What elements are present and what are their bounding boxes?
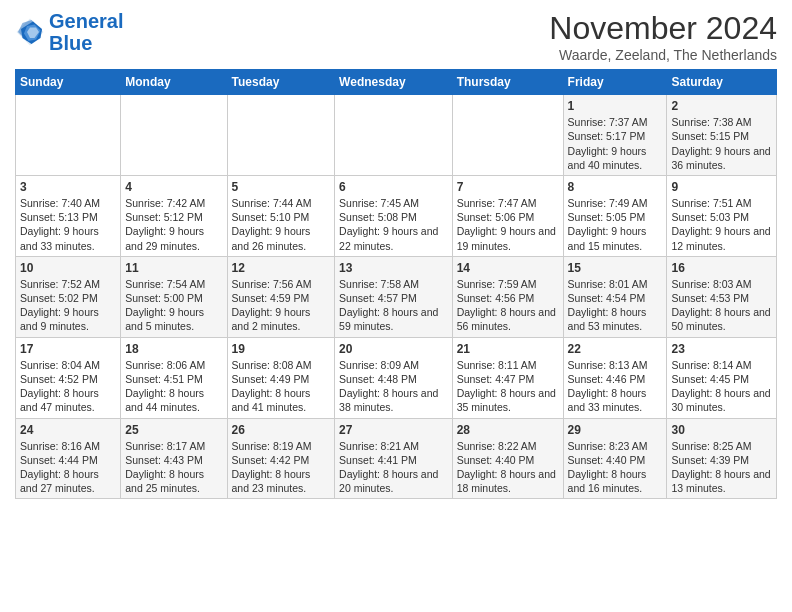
title-block: November 2024 Waarde, Zeeland, The Nethe… [549,10,777,63]
day-number: 6 [339,179,448,195]
day-info-line: Sunset: 4:46 PM [568,372,663,386]
calendar-cell: 24Sunrise: 8:16 AMSunset: 4:44 PMDayligh… [16,418,121,499]
day-number: 15 [568,260,663,276]
day-number: 16 [671,260,772,276]
day-info-line: Sunrise: 7:59 AM [457,277,559,291]
day-info-line: Daylight: 8 hours and 50 minutes. [671,305,772,333]
day-info-line: Sunset: 4:45 PM [671,372,772,386]
day-number: 9 [671,179,772,195]
day-info-line: Sunset: 5:15 PM [671,129,772,143]
calendar-cell: 7Sunrise: 7:47 AMSunset: 5:06 PMDaylight… [452,175,563,256]
day-info-line: Daylight: 9 hours and 33 minutes. [20,224,116,252]
calendar-cell: 2Sunrise: 7:38 AMSunset: 5:15 PMDaylight… [667,95,777,176]
day-info-line: Sunset: 5:10 PM [232,210,331,224]
day-info-line: Sunset: 5:06 PM [457,210,559,224]
calendar-week-2: 10Sunrise: 7:52 AMSunset: 5:02 PMDayligh… [16,256,777,337]
day-info-line: Daylight: 8 hours and 56 minutes. [457,305,559,333]
col-friday: Friday [563,70,667,95]
day-info-line: Sunset: 4:44 PM [20,453,116,467]
calendar-cell [16,95,121,176]
calendar-week-3: 17Sunrise: 8:04 AMSunset: 4:52 PMDayligh… [16,337,777,418]
calendar-cell: 30Sunrise: 8:25 AMSunset: 4:39 PMDayligh… [667,418,777,499]
day-info-line: Sunset: 5:08 PM [339,210,448,224]
day-number: 21 [457,341,559,357]
day-info-line: Sunrise: 8:06 AM [125,358,222,372]
logo: General Blue [15,10,123,54]
calendar-cell: 16Sunrise: 8:03 AMSunset: 4:53 PMDayligh… [667,256,777,337]
day-info-line: Sunrise: 8:16 AM [20,439,116,453]
day-info-line: Sunrise: 8:23 AM [568,439,663,453]
calendar-week-4: 24Sunrise: 8:16 AMSunset: 4:44 PMDayligh… [16,418,777,499]
location: Waarde, Zeeland, The Netherlands [549,47,777,63]
calendar-cell: 6Sunrise: 7:45 AMSunset: 5:08 PMDaylight… [335,175,453,256]
day-info-line: Daylight: 9 hours and 29 minutes. [125,224,222,252]
day-info-line: Daylight: 8 hours and 18 minutes. [457,467,559,495]
calendar-cell: 3Sunrise: 7:40 AMSunset: 5:13 PMDaylight… [16,175,121,256]
logo-text: General Blue [49,10,123,54]
day-info-line: Sunrise: 8:21 AM [339,439,448,453]
day-number: 22 [568,341,663,357]
day-info-line: Sunrise: 7:42 AM [125,196,222,210]
day-info-line: Daylight: 9 hours and 40 minutes. [568,144,663,172]
day-number: 24 [20,422,116,438]
day-number: 12 [232,260,331,276]
day-info-line: Daylight: 9 hours and 5 minutes. [125,305,222,333]
day-info-line: Sunset: 4:57 PM [339,291,448,305]
day-info-line: Daylight: 8 hours and 13 minutes. [671,467,772,495]
day-info-line: Sunrise: 8:01 AM [568,277,663,291]
day-info-line: Sunset: 4:48 PM [339,372,448,386]
day-info-line: Sunrise: 7:56 AM [232,277,331,291]
day-info-line: Sunrise: 8:09 AM [339,358,448,372]
day-number: 23 [671,341,772,357]
day-info-line: Daylight: 9 hours and 36 minutes. [671,144,772,172]
day-info-line: Daylight: 8 hours and 41 minutes. [232,386,331,414]
day-info-line: Daylight: 9 hours and 26 minutes. [232,224,331,252]
day-number: 5 [232,179,331,195]
day-number: 11 [125,260,222,276]
day-info-line: Sunset: 4:54 PM [568,291,663,305]
day-info-line: Sunset: 5:17 PM [568,129,663,143]
calendar-cell: 13Sunrise: 7:58 AMSunset: 4:57 PMDayligh… [335,256,453,337]
calendar-cell: 29Sunrise: 8:23 AMSunset: 4:40 PMDayligh… [563,418,667,499]
day-info-line: Sunset: 4:52 PM [20,372,116,386]
calendar-cell: 1Sunrise: 7:37 AMSunset: 5:17 PMDaylight… [563,95,667,176]
day-info-line: Daylight: 8 hours and 38 minutes. [339,386,448,414]
calendar-cell: 23Sunrise: 8:14 AMSunset: 4:45 PMDayligh… [667,337,777,418]
day-info-line: Sunrise: 8:14 AM [671,358,772,372]
day-info-line: Sunset: 5:02 PM [20,291,116,305]
day-info-line: Sunrise: 8:19 AM [232,439,331,453]
calendar-week-1: 3Sunrise: 7:40 AMSunset: 5:13 PMDaylight… [16,175,777,256]
calendar-cell: 26Sunrise: 8:19 AMSunset: 4:42 PMDayligh… [227,418,335,499]
day-info-line: Sunset: 4:49 PM [232,372,331,386]
day-info-line: Sunrise: 7:44 AM [232,196,331,210]
calendar-cell [227,95,335,176]
day-info-line: Sunrise: 8:13 AM [568,358,663,372]
day-number: 8 [568,179,663,195]
day-info-line: Daylight: 8 hours and 23 minutes. [232,467,331,495]
calendar-cell [452,95,563,176]
day-info-line: Sunrise: 8:08 AM [232,358,331,372]
calendar-cell: 15Sunrise: 8:01 AMSunset: 4:54 PMDayligh… [563,256,667,337]
day-info-line: Sunset: 4:42 PM [232,453,331,467]
calendar-cell: 19Sunrise: 8:08 AMSunset: 4:49 PMDayligh… [227,337,335,418]
day-info-line: Sunset: 4:40 PM [568,453,663,467]
day-info-line: Daylight: 8 hours and 47 minutes. [20,386,116,414]
day-info-line: Daylight: 9 hours and 2 minutes. [232,305,331,333]
calendar-body: 1Sunrise: 7:37 AMSunset: 5:17 PMDaylight… [16,95,777,499]
header: General Blue November 2024 Waarde, Zeela… [15,10,777,63]
day-info-line: Daylight: 8 hours and 25 minutes. [125,467,222,495]
page: General Blue November 2024 Waarde, Zeela… [0,0,792,509]
day-info-line: Daylight: 8 hours and 27 minutes. [20,467,116,495]
calendar-cell: 28Sunrise: 8:22 AMSunset: 4:40 PMDayligh… [452,418,563,499]
day-info-line: Daylight: 8 hours and 53 minutes. [568,305,663,333]
day-number: 7 [457,179,559,195]
day-info-line: Daylight: 8 hours and 33 minutes. [568,386,663,414]
calendar-cell [335,95,453,176]
col-monday: Monday [121,70,227,95]
col-wednesday: Wednesday [335,70,453,95]
day-number: 27 [339,422,448,438]
day-info-line: Sunset: 4:41 PM [339,453,448,467]
day-info-line: Daylight: 8 hours and 59 minutes. [339,305,448,333]
day-info-line: Sunrise: 8:03 AM [671,277,772,291]
day-number: 3 [20,179,116,195]
